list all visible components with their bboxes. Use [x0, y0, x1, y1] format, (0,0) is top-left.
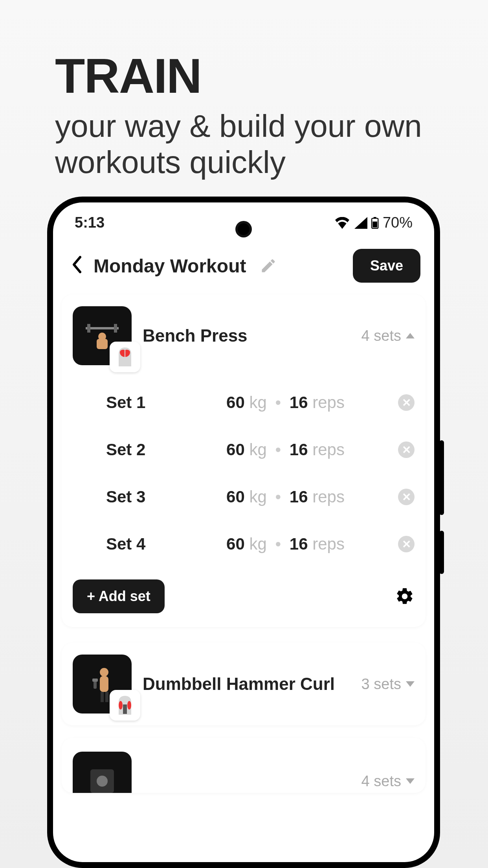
svg-rect-5 — [97, 339, 108, 349]
set-values[interactable]: 60 kg • 16 reps — [173, 440, 398, 459]
status-battery: 70% — [383, 214, 413, 231]
exercise-header[interactable]: 4 sets — [73, 752, 415, 793]
phone-screen: 5:13 70% Monday Workout Save — [53, 202, 434, 862]
set-label: Set 1 — [106, 393, 173, 412]
set-row: Set 3 60 kg • 16 reps ✕ — [106, 473, 415, 520]
status-bar: 5:13 70% — [53, 202, 434, 235]
set-values[interactable]: 60 kg • 16 reps — [173, 487, 398, 506]
set-values[interactable]: 60 kg • 16 reps — [173, 535, 398, 554]
cellular-icon — [353, 217, 367, 229]
svg-point-15 — [127, 701, 131, 710]
exercise-card: Bench Press 4 sets Set 1 60 kg • 16 reps — [62, 294, 426, 627]
svg-point-14 — [119, 701, 123, 710]
exercise-sets-count[interactable]: 4 sets — [361, 327, 415, 344]
exercise-header[interactable]: Bench Press 4 sets — [73, 306, 415, 365]
svg-rect-10 — [101, 692, 104, 702]
exercise-card: 4 sets — [62, 738, 426, 793]
add-set-button[interactable]: + Add set — [73, 579, 165, 613]
svg-rect-9 — [100, 676, 108, 692]
delete-set-button[interactable]: ✕ — [398, 536, 415, 552]
biceps-muscle-icon — [113, 693, 137, 717]
set-label: Set 2 — [106, 440, 173, 459]
set-label: Set 3 — [106, 487, 173, 506]
chevron-down-icon — [406, 778, 415, 784]
exercise-thumbnail — [73, 306, 132, 365]
sets-list: Set 1 60 kg • 16 reps ✕ Set 2 60 kg — [106, 379, 415, 568]
muscle-badge — [110, 690, 140, 721]
exercise-thumbnail — [73, 752, 132, 793]
set-values[interactable]: 60 kg • 16 reps — [173, 393, 398, 412]
set-row: Set 2 60 kg • 16 reps ✕ — [106, 426, 415, 473]
svg-rect-11 — [105, 692, 108, 702]
marketing-headline: TRAIN your way & build your own workouts… — [55, 51, 432, 180]
machine-exercise-illustration — [83, 761, 122, 793]
chevron-up-icon — [406, 333, 415, 338]
delete-set-button[interactable]: ✕ — [398, 489, 415, 505]
muscle-badge — [110, 342, 140, 372]
svg-point-8 — [100, 668, 108, 677]
svg-rect-3 — [86, 327, 119, 329]
headline-title: TRAIN — [55, 51, 432, 100]
set-row: Set 4 60 kg • 16 reps ✕ — [106, 520, 415, 568]
exercise-card: Dumbbell Hammer Curl 3 sets — [62, 643, 426, 725]
svg-point-18 — [97, 776, 108, 787]
phone-power-button — [439, 531, 444, 574]
set-label: Set 4 — [106, 535, 173, 554]
set-row: Set 1 60 kg • 16 reps ✕ — [106, 379, 415, 426]
svg-rect-16 — [123, 704, 127, 714]
exercise-name: Dumbbell Hammer Curl — [143, 674, 350, 694]
delete-set-button[interactable]: ✕ — [398, 394, 415, 411]
chevron-down-icon — [406, 681, 415, 687]
exercise-sets-count[interactable]: 3 sets — [361, 676, 415, 693]
delete-set-button[interactable]: ✕ — [398, 441, 415, 458]
svg-rect-6 — [87, 324, 90, 333]
status-right: 70% — [335, 214, 413, 231]
exercise-name: Bench Press — [143, 326, 350, 346]
workout-title: Monday Workout — [94, 255, 246, 277]
phone-frame: 5:13 70% Monday Workout Save — [47, 197, 440, 868]
edit-icon[interactable] — [260, 257, 277, 274]
wifi-icon — [335, 217, 349, 229]
chevron-left-icon — [71, 256, 82, 274]
sets-count-label: 4 sets — [361, 773, 401, 790]
sets-count-label: 4 sets — [361, 327, 401, 344]
card-footer: + Add set — [73, 579, 415, 613]
phone-volume-button — [439, 440, 444, 515]
headline-subline: your way & build your own workouts quick… — [55, 108, 432, 180]
svg-rect-7 — [114, 324, 117, 333]
exercise-header[interactable]: Dumbbell Hammer Curl 3 sets — [73, 655, 415, 714]
status-time: 5:13 — [75, 214, 105, 231]
gear-icon[interactable] — [395, 587, 415, 606]
exercise-sets-count[interactable]: 4 sets — [361, 773, 415, 790]
svg-rect-13 — [92, 679, 98, 682]
battery-icon — [371, 217, 378, 229]
app-header: Monday Workout Save — [53, 235, 434, 294]
save-button[interactable]: Save — [353, 249, 420, 283]
svg-rect-2 — [373, 221, 378, 227]
chest-muscle-icon — [113, 345, 137, 369]
back-button[interactable] — [67, 253, 86, 279]
exercise-thumbnail — [73, 655, 132, 714]
sets-count-label: 3 sets — [361, 676, 401, 693]
